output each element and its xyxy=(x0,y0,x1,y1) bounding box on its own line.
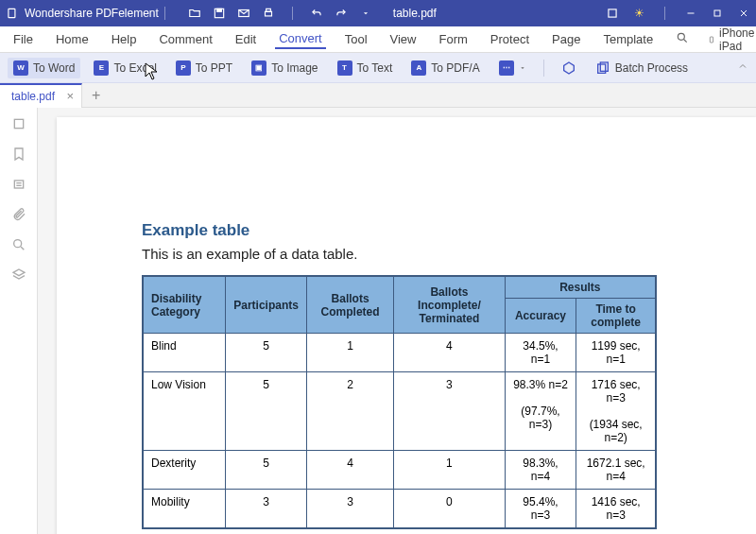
cell-part: 5 xyxy=(226,451,307,490)
table-row: Dexterity54198.3%, n=41672.1 sec, n=4 xyxy=(143,451,656,490)
table-row: Mobility33095.4%, n=31416 sec, n=3 xyxy=(143,490,656,529)
to-ppt-button[interactable]: PTo PPT xyxy=(170,58,238,78)
separator xyxy=(543,60,544,77)
save-icon[interactable] xyxy=(213,7,226,20)
page-subtitle: This is an example of a data table. xyxy=(142,246,671,262)
menu-file[interactable]: File xyxy=(9,30,37,48)
redo-icon[interactable] xyxy=(335,7,348,20)
menu-home[interactable]: Home xyxy=(52,30,93,48)
to-image-button[interactable]: ▣To Image xyxy=(246,58,323,78)
svg-rect-7 xyxy=(609,9,616,17)
menu-convert[interactable]: Convert xyxy=(275,29,326,49)
table-row: Blind51434.5%, n=11199 sec, n=1 xyxy=(143,334,656,372)
svg-rect-19 xyxy=(14,181,23,188)
document-title: table.pdf xyxy=(393,7,437,20)
svg-rect-9 xyxy=(714,10,720,16)
theme-icon[interactable]: ☀ xyxy=(632,7,645,20)
cell-time: 1199 sec, n=1 xyxy=(576,334,656,372)
menu-page[interactable]: Page xyxy=(548,30,584,48)
table-row: Low Vision52398.3% n=2 (97.7%, n=3)1716 … xyxy=(143,372,656,451)
th-time: Time to complete xyxy=(576,299,656,334)
menu-view[interactable]: View xyxy=(387,30,421,48)
word-icon: W xyxy=(13,60,28,76)
separator xyxy=(664,7,665,20)
titlebar: Wondershare PDFelement table.pdf ☀ xyxy=(0,0,756,26)
minimize-icon[interactable] xyxy=(684,7,697,20)
separator xyxy=(292,7,293,20)
more-icon: ⋯ xyxy=(499,60,514,76)
th-participants: Participants xyxy=(226,276,307,334)
cell-part: 3 xyxy=(226,490,307,529)
svg-rect-18 xyxy=(14,119,23,128)
menu-protect[interactable]: Protect xyxy=(487,30,533,48)
cell-cat: Mobility xyxy=(143,490,226,529)
data-table: Disability Category Participants Ballots… xyxy=(142,275,657,529)
to-word-button[interactable]: WTo Word xyxy=(8,58,80,78)
table-body: Blind51434.5%, n=11199 sec, n=1Low Visio… xyxy=(143,334,656,529)
th-results: Results xyxy=(505,276,656,299)
menu-help[interactable]: Help xyxy=(108,30,141,48)
svg-point-12 xyxy=(678,33,684,40)
undo-icon[interactable] xyxy=(310,7,323,20)
thumbnails-icon[interactable] xyxy=(10,115,27,132)
batch-icon xyxy=(595,60,610,76)
more-formats-button[interactable]: ⋯ xyxy=(493,58,532,78)
cell-acc: 98.3% n=2 (97.7%, n=3) xyxy=(505,372,576,451)
collapse-ribbon-icon[interactable] xyxy=(737,60,748,75)
svg-point-22 xyxy=(13,240,21,248)
excel-icon: E xyxy=(94,60,109,76)
left-sidepanel xyxy=(0,108,38,534)
close-tab-icon[interactable]: × xyxy=(66,90,74,102)
to-text-button[interactable]: TTo Text xyxy=(332,58,399,78)
text-icon: T xyxy=(337,60,352,76)
th-accuracy: Accuracy xyxy=(505,299,576,334)
menu-tool[interactable]: Tool xyxy=(341,30,371,48)
th-completed: Ballots Completed xyxy=(306,276,393,334)
quick-actions xyxy=(188,7,372,20)
cell-part: 5 xyxy=(226,372,307,451)
cell-cat: Low Vision xyxy=(143,372,226,451)
print-icon[interactable] xyxy=(262,7,275,20)
maximize-icon[interactable] xyxy=(711,7,724,20)
menu-edit[interactable]: Edit xyxy=(232,30,260,48)
close-icon[interactable] xyxy=(737,7,750,20)
document-area[interactable]: Example table This is an example of a da… xyxy=(38,108,756,534)
batch-process-button[interactable]: Batch Process xyxy=(590,58,694,78)
svg-rect-3 xyxy=(217,9,222,11)
menu-template[interactable]: Template xyxy=(599,30,657,48)
separator xyxy=(164,7,165,20)
cell-cat: Dexterity xyxy=(143,451,226,490)
device-link[interactable]: iPhone / iPad xyxy=(708,26,756,53)
app-logo-icon xyxy=(6,7,19,20)
new-tab-button[interactable]: + xyxy=(82,87,110,104)
menu-comment[interactable]: Comment xyxy=(155,30,215,48)
annotations-icon[interactable] xyxy=(10,176,27,193)
menu-form[interactable]: Form xyxy=(436,30,472,48)
window-square-icon[interactable] xyxy=(606,7,619,20)
dropdown-icon[interactable] xyxy=(359,7,372,20)
bookmark-icon[interactable] xyxy=(10,146,27,163)
cell-acc: 95.4%, n=3 xyxy=(505,490,576,529)
cell-incomp: 3 xyxy=(394,372,505,451)
cell-completed: 2 xyxy=(306,372,393,451)
to-excel-button[interactable]: ETo Excel xyxy=(88,58,162,78)
search-icon[interactable] xyxy=(10,236,27,253)
svg-rect-1 xyxy=(9,9,15,17)
page-title: Example table xyxy=(142,221,671,240)
layers-icon[interactable] xyxy=(10,267,27,284)
menu-search-icon[interactable] xyxy=(672,29,693,49)
mail-icon[interactable] xyxy=(237,7,250,20)
cell-completed: 1 xyxy=(306,334,393,372)
folder-icon[interactable] xyxy=(188,7,201,20)
to-pdfa-button[interactable]: ATo PDF/A xyxy=(405,58,485,78)
cell-cat: Blind xyxy=(143,334,226,372)
hexagon-button[interactable] xyxy=(556,58,582,78)
svg-rect-5 xyxy=(265,11,271,16)
th-category: Disability Category xyxy=(143,276,226,334)
image-icon: ▣ xyxy=(251,60,266,76)
document-tabstrip: table.pdf × + xyxy=(0,83,756,108)
doc-tab[interactable]: table.pdf × xyxy=(0,83,82,108)
cell-time: 1716 sec, n=3 (1934 sec, n=2) xyxy=(576,372,656,451)
cell-part: 5 xyxy=(226,334,307,372)
attachment-icon[interactable] xyxy=(10,206,27,223)
